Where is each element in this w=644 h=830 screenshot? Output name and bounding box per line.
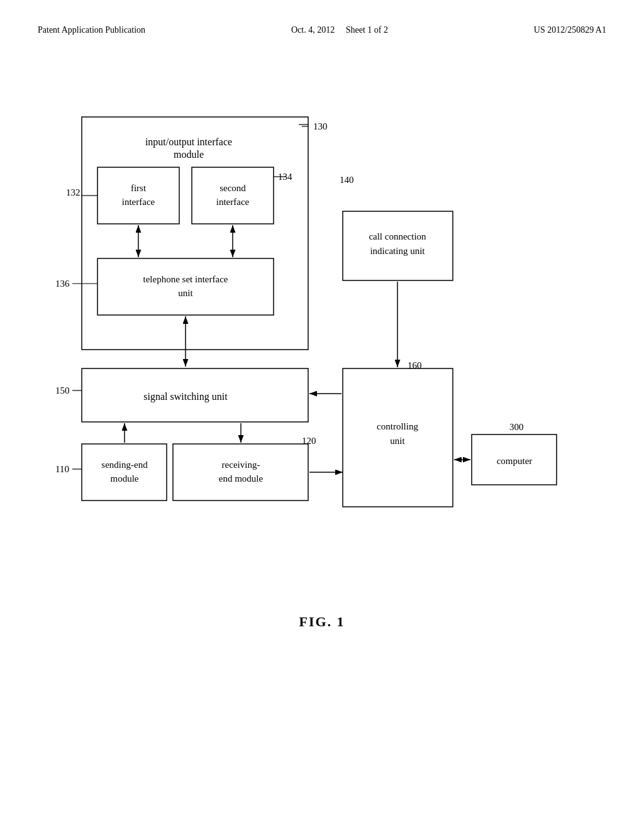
receiving-end-label-line1: receiving- [222, 460, 260, 470]
diagram-area: input/output interface module 130 first … [0, 86, 644, 601]
svg-rect-16 [82, 444, 167, 501]
io-module-label-line1: input/output interface [145, 136, 232, 148]
header-center: Oct. 4, 2012 Sheet 1 of 2 [291, 25, 388, 35]
signal-switching-ref: 150 [55, 385, 70, 396]
figure-label: FIG. 1 [0, 614, 644, 630]
svg-rect-5 [97, 167, 179, 224]
tel-interface-label-line2: unit [178, 288, 193, 298]
patent-number: US 2012/250829 A1 [534, 25, 606, 35]
header-right: US 2012/250829 A1 [534, 25, 606, 35]
svg-rect-18 [173, 444, 308, 501]
tel-interface-label-line1: telephone set interface [143, 274, 228, 284]
call-connection-label-line1: call connection [369, 231, 426, 241]
second-interface-label-line1: second [219, 183, 246, 193]
sheet-label: Sheet 1 of 2 [346, 25, 388, 35]
controlling-ref: 160 [408, 360, 422, 370]
first-interface-ref: 132 [66, 187, 80, 197]
signal-switching-label: signal switching unit [143, 391, 228, 402]
computer-ref: 300 [509, 422, 524, 432]
controlling-label-line2: unit [390, 436, 405, 446]
call-connection-ref: 140 [340, 175, 354, 185]
publication-label: Patent Application Publication [38, 25, 145, 35]
fig-label-text: FIG. 1 [299, 614, 345, 629]
header-left: Patent Application Publication [38, 25, 145, 35]
second-interface-label-line2: interface [216, 197, 250, 207]
svg-rect-11 [97, 258, 274, 315]
page-header: Patent Application Publication Oct. 4, 2… [0, 0, 644, 48]
io-module-ref: 130 [313, 121, 328, 131]
receiving-end-label-line2: end module [219, 473, 264, 484]
sending-end-ref: 110 [55, 464, 69, 474]
receiving-end-ref: 120 [302, 436, 316, 446]
sending-end-label-line2: module [111, 473, 139, 484]
publication-date: Oct. 4, 2012 [291, 25, 335, 35]
first-interface-label-line2: interface [122, 197, 155, 207]
tel-interface-ref: 136 [55, 279, 70, 289]
first-interface-label-line1: first [131, 183, 147, 193]
computer-label: computer [497, 456, 533, 466]
call-connection-label-line2: indicating unit [370, 246, 425, 256]
io-module-label-line2: module [174, 149, 204, 160]
controlling-label-line1: controlling [377, 421, 418, 431]
sending-end-label-line1: sending-end [101, 460, 148, 470]
svg-rect-7 [192, 167, 274, 224]
